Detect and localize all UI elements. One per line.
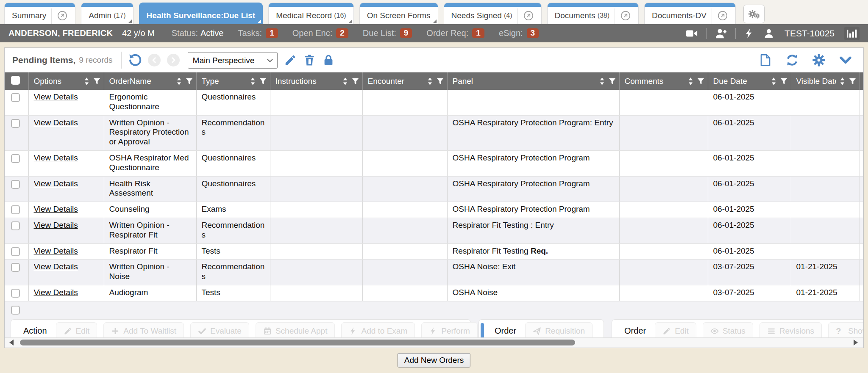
filter-funnel-icon[interactable] [780, 78, 787, 85]
tab-settings-button[interactable] [743, 5, 765, 23]
status-button[interactable]: Status [703, 322, 753, 337]
undo-button[interactable] [128, 53, 142, 67]
row-checkbox[interactable] [11, 180, 20, 189]
filter-funnel-icon[interactable] [352, 78, 359, 85]
perspective-select[interactable]: Main Perspective [188, 52, 278, 69]
row-checkbox[interactable] [11, 119, 20, 128]
sort-icon[interactable] [342, 77, 348, 86]
column-header-type[interactable]: Type [196, 72, 270, 90]
column-header-instructions[interactable]: Instructions [270, 72, 362, 90]
filter-funnel-icon[interactable] [186, 78, 193, 85]
new-document-button[interactable] [759, 53, 772, 67]
sort-icon[interactable] [176, 77, 182, 86]
add-to-exam-button[interactable]: Add to Exam [341, 322, 415, 337]
tab-documents-dv[interactable]: Documents-DV [644, 3, 736, 24]
sort-icon[interactable] [84, 77, 89, 86]
counter-badge[interactable]: 1 [472, 28, 484, 39]
scroll-left-arrow-icon[interactable] [9, 340, 14, 345]
lightning-bolt-icon[interactable] [744, 28, 755, 39]
column-header-ordername[interactable]: OrderName [104, 72, 196, 90]
view-details-link[interactable]: View Details [34, 204, 78, 213]
new-row-checkbox[interactable] [11, 306, 20, 315]
filter-funnel-icon[interactable] [609, 78, 616, 85]
filter-funnel-icon[interactable] [259, 78, 267, 85]
counter-badge[interactable]: 1 [266, 28, 278, 39]
sort-icon[interactable] [688, 77, 693, 86]
tab-on-screen-forms[interactable]: On Screen Forms [359, 3, 438, 24]
requisition-button[interactable]: Requisition [525, 322, 593, 337]
popout-icon[interactable] [57, 10, 68, 21]
view-details-link[interactable]: View Details [34, 246, 78, 255]
row-checkbox[interactable] [11, 263, 20, 272]
view-details-link[interactable]: View Details [34, 153, 78, 162]
video-camera-icon[interactable] [685, 27, 698, 40]
popout-icon[interactable] [717, 10, 728, 21]
evaluate-button[interactable]: Evaluate [190, 322, 249, 337]
row-checkbox[interactable] [11, 221, 20, 230]
scroll-thumb[interactable] [20, 340, 575, 345]
column-header-panel[interactable]: Panel [447, 72, 619, 90]
collapse-panel-button[interactable] [839, 53, 852, 67]
delete-perspective-button[interactable] [303, 54, 316, 66]
row-checkbox[interactable] [11, 154, 20, 163]
schedule-appt-button[interactable]: Schedule Appt [256, 322, 335, 337]
revisions-button[interactable]: Revisions [760, 322, 822, 337]
add-to-waitlist-button[interactable]: Add To Waitlist [103, 322, 184, 337]
lock-perspective-button[interactable] [322, 54, 335, 66]
back-button[interactable] [148, 54, 161, 66]
row-checkbox[interactable] [11, 289, 20, 298]
show-question-button[interactable]: ?Show Question [828, 322, 863, 337]
cell-checkbox [5, 243, 28, 260]
filter-funnel-icon[interactable] [437, 78, 444, 85]
row-checkbox[interactable] [11, 205, 20, 214]
person-add-icon[interactable] [715, 27, 727, 40]
filter-funnel-icon[interactable] [93, 78, 100, 85]
sort-icon[interactable] [771, 77, 776, 86]
column-header-comments[interactable]: Comments [619, 72, 708, 90]
counter-due-list: Due List:9 [363, 28, 412, 39]
horizontal-scrollbar[interactable] [5, 337, 863, 348]
view-details-link[interactable]: View Details [34, 262, 78, 271]
column-header-visible-date[interactable]: Visible Date [791, 72, 860, 90]
filter-funnel-icon[interactable] [849, 78, 856, 85]
column-header-options[interactable]: Options [28, 72, 104, 90]
tab-admin[interactable]: Admin(17) [81, 3, 133, 24]
tab-summary[interactable]: Summary [4, 3, 75, 24]
scroll-right-arrow-icon[interactable] [854, 340, 858, 345]
view-details-link[interactable]: View Details [34, 118, 78, 127]
popout-icon[interactable] [620, 10, 631, 21]
counter-badge[interactable]: 2 [336, 28, 348, 39]
grid-settings-button[interactable] [812, 53, 826, 67]
bar-chart-button[interactable] [844, 27, 860, 40]
column-header-due-date[interactable]: Due Date [708, 72, 791, 90]
select-all-checkbox[interactable] [11, 76, 20, 85]
column-header-encounter[interactable]: Encounter [362, 72, 447, 90]
tab-health-surveillance-due-list[interactable]: Health Surveillance:Due List [139, 3, 263, 24]
sort-icon[interactable] [250, 77, 256, 86]
person-icon[interactable] [763, 28, 775, 39]
sort-icon[interactable] [840, 77, 845, 86]
popout-icon[interactable] [523, 10, 534, 21]
sort-icon[interactable] [599, 77, 605, 86]
counter-badge[interactable]: 3 [527, 28, 539, 39]
view-details-link[interactable]: View Details [34, 221, 78, 229]
counter-badge[interactable]: 9 [400, 28, 412, 39]
row-checkbox[interactable] [11, 247, 20, 256]
tab-medical-record[interactable]: Medical Record(16) [268, 3, 353, 24]
forward-button[interactable] [167, 54, 180, 66]
view-details-link[interactable]: View Details [34, 92, 78, 101]
tab-needs-signed[interactable]: Needs Signed(4) [444, 3, 542, 24]
edit-perspective-button[interactable] [284, 54, 297, 66]
view-details-link[interactable]: View Details [34, 179, 78, 188]
filter-funnel-icon[interactable] [697, 78, 704, 85]
refresh-button[interactable] [785, 53, 799, 67]
tab-documents[interactable]: Documents(38) [547, 3, 639, 24]
perform-button[interactable]: Perform [421, 322, 478, 337]
row-checkbox[interactable] [11, 93, 20, 102]
edit-button[interactable]: Edit [655, 322, 696, 337]
sort-icon[interactable] [427, 77, 433, 86]
cell-checkbox [5, 202, 28, 218]
add-new-orders-button[interactable]: Add New Orders [398, 353, 470, 367]
edit-button[interactable]: Edit [56, 322, 97, 337]
view-details-link[interactable]: View Details [34, 288, 78, 297]
